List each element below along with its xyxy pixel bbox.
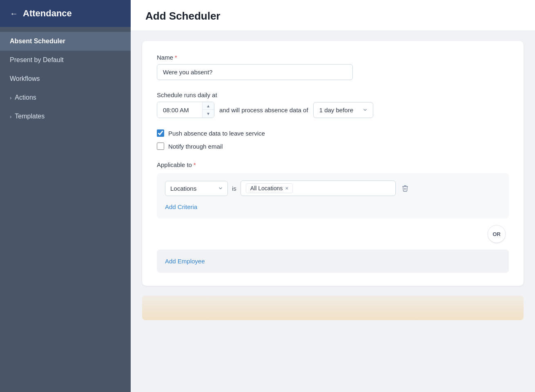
- notify-email-checkbox[interactable]: [157, 143, 164, 150]
- sidebar-item-label: Workflows: [10, 75, 40, 82]
- required-star: *: [175, 54, 177, 61]
- chevron-right-icon: ›: [10, 114, 11, 120]
- criteria-delete-button[interactable]: [400, 183, 410, 194]
- day-select[interactable]: 1 day before 2 days before 3 days before: [313, 102, 373, 118]
- sidebar-item-label: Templates: [15, 113, 45, 120]
- push-absence-label[interactable]: Push absence data to leave service: [168, 130, 265, 137]
- add-employee-box: Add Employee: [157, 249, 509, 273]
- sidebar-item-absent-scheduler[interactable]: Absent Scheduler: [0, 32, 131, 51]
- sidebar-item-label: Absent Scheduler: [10, 38, 65, 45]
- bottom-strip: [142, 296, 524, 320]
- location-select[interactable]: Locations Department Employee Type: [165, 181, 228, 196]
- sidebar-item-workflows[interactable]: Workflows: [0, 69, 131, 88]
- time-spinners: ▲ ▼: [202, 102, 214, 118]
- sidebar-item-label: Present by Default: [10, 56, 64, 64]
- checkbox-group: Push absence data to leave service Notif…: [157, 129, 509, 150]
- name-label: Name *: [157, 54, 509, 61]
- schedule-row: ▲ ▼ and will process absence data of 1 d…: [157, 102, 509, 118]
- criteria-value-box: All Locations ×: [241, 180, 396, 196]
- criteria-tag-label: All Locations: [250, 185, 283, 192]
- schedule-middle-text: and will process absence data of: [219, 107, 308, 114]
- sidebar-nav: Absent Scheduler Present by Default Work…: [0, 27, 131, 131]
- trash-icon: [401, 185, 409, 192]
- criteria-box: Locations Department Employee Type is Al…: [157, 173, 509, 218]
- time-up-button[interactable]: ▲: [203, 102, 214, 110]
- schedule-label: Schedule runs daily at: [157, 91, 509, 98]
- or-badge: OR: [488, 225, 506, 243]
- name-field-group: Name *: [157, 54, 509, 80]
- add-employee-button[interactable]: Add Employee: [165, 257, 205, 265]
- criteria-tag: All Locations ×: [246, 183, 293, 193]
- schedule-field-group: Schedule runs daily at ▲ ▼ and will proc…: [157, 91, 509, 118]
- checkbox-row-2: Notify through email: [157, 143, 509, 150]
- required-star-applicable: *: [194, 162, 196, 168]
- sidebar-title: Attendance: [23, 8, 72, 19]
- sidebar-header: ← Attendance: [0, 0, 131, 27]
- name-input[interactable]: [157, 64, 353, 80]
- criteria-row: Locations Department Employee Type is Al…: [165, 180, 501, 196]
- time-input[interactable]: [157, 102, 202, 118]
- sidebar-item-label: Actions: [15, 94, 36, 101]
- chevron-right-icon: ›: [10, 95, 11, 101]
- applicable-label: Applicable to *: [157, 161, 509, 168]
- form-card: Name * Schedule runs daily at ▲ ▼ and wi…: [142, 41, 524, 286]
- main-header: Add Scheduler: [131, 0, 535, 31]
- criteria-is-text: is: [232, 185, 236, 192]
- time-input-wrapper: ▲ ▼: [157, 102, 214, 118]
- time-down-button[interactable]: ▼: [203, 110, 214, 118]
- applicable-section: Applicable to * Locations Department Emp…: [157, 161, 509, 273]
- page-title: Add Scheduler: [145, 10, 520, 22]
- or-section: OR: [157, 225, 509, 243]
- checkbox-row-1: Push absence data to leave service: [157, 129, 509, 137]
- notify-email-label[interactable]: Notify through email: [168, 143, 223, 150]
- sidebar-item-present-by-default[interactable]: Present by Default: [0, 51, 131, 69]
- sidebar-item-templates[interactable]: › Templates: [0, 107, 131, 126]
- criteria-tag-close-icon[interactable]: ×: [285, 185, 288, 191]
- sidebar: ← Attendance Absent Scheduler Present by…: [0, 0, 131, 392]
- add-criteria-button[interactable]: Add Criteria: [165, 203, 197, 211]
- sidebar-item-actions[interactable]: › Actions: [0, 88, 131, 107]
- main-content: Add Scheduler Name * Schedule runs daily…: [131, 0, 535, 392]
- back-icon[interactable]: ←: [10, 9, 18, 18]
- push-absence-checkbox[interactable]: [157, 129, 164, 137]
